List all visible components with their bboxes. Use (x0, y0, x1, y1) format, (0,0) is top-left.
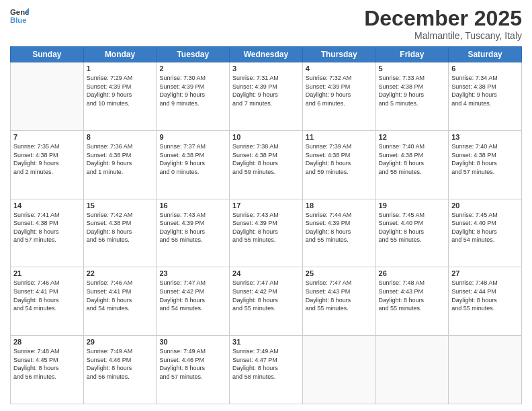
calendar-cell: 23Sunrise: 7:47 AM Sunset: 4:42 PM Dayli… (157, 267, 230, 336)
day-number: 31 (232, 338, 300, 346)
calendar-cell: 29Sunrise: 7:49 AM Sunset: 4:46 PM Dayli… (83, 336, 157, 404)
cell-info: Sunrise: 7:49 AM Sunset: 4:46 PM Dayligh… (159, 347, 226, 381)
calendar-cell: 16Sunrise: 7:43 AM Sunset: 4:39 PM Dayli… (157, 199, 230, 267)
day-number: 8 (87, 133, 154, 141)
day-number: 9 (159, 133, 226, 141)
weekday-monday: Monday (83, 47, 157, 62)
calendar-table: SundayMondayTuesdayWednesdayThursdayFrid… (10, 46, 522, 404)
cell-info: Sunrise: 7:48 AM Sunset: 4:45 PM Dayligh… (13, 347, 81, 381)
day-number: 7 (13, 133, 81, 141)
calendar-cell: 12Sunrise: 7:40 AM Sunset: 4:38 PM Dayli… (375, 130, 449, 199)
day-number: 30 (159, 338, 226, 346)
cell-info: Sunrise: 7:31 AM Sunset: 4:39 PM Dayligh… (232, 74, 300, 107)
day-number: 14 (13, 201, 81, 210)
week-row-4: 28Sunrise: 7:48 AM Sunset: 4:45 PM Dayli… (11, 336, 522, 404)
cell-info: Sunrise: 7:36 AM Sunset: 4:38 PM Dayligh… (87, 142, 154, 176)
day-number: 28 (13, 338, 81, 346)
day-number: 21 (13, 269, 81, 277)
day-number: 3 (232, 64, 300, 73)
day-number: 6 (451, 64, 519, 73)
calendar-cell: 1Sunrise: 7:29 AM Sunset: 4:39 PM Daylig… (83, 62, 157, 131)
calendar-cell: 24Sunrise: 7:47 AM Sunset: 4:42 PM Dayli… (230, 267, 303, 336)
day-number: 10 (232, 133, 300, 141)
cell-info: Sunrise: 7:30 AM Sunset: 4:39 PM Dayligh… (159, 74, 226, 107)
cell-info: Sunrise: 7:37 AM Sunset: 4:38 PM Dayligh… (159, 142, 226, 176)
calendar-cell: 4Sunrise: 7:32 AM Sunset: 4:39 PM Daylig… (302, 62, 375, 131)
weekday-saturday: Saturday (449, 47, 522, 62)
weekday-thursday: Thursday (302, 47, 375, 62)
cell-info: Sunrise: 7:46 AM Sunset: 4:41 PM Dayligh… (13, 279, 81, 312)
day-number: 26 (379, 269, 446, 277)
calendar-cell: 3Sunrise: 7:31 AM Sunset: 4:39 PM Daylig… (230, 62, 303, 131)
header: General Blue December 2025 Malmantile, T… (10, 7, 522, 41)
day-number: 16 (159, 201, 226, 210)
cell-info: Sunrise: 7:49 AM Sunset: 4:47 PM Dayligh… (232, 347, 300, 381)
day-number: 27 (451, 269, 519, 277)
calendar-cell: 27Sunrise: 7:48 AM Sunset: 4:44 PM Dayli… (449, 267, 522, 336)
calendar-cell: 18Sunrise: 7:44 AM Sunset: 4:39 PM Dayli… (302, 199, 375, 267)
day-number: 25 (306, 269, 373, 277)
cell-info: Sunrise: 7:47 AM Sunset: 4:43 PM Dayligh… (306, 279, 373, 312)
day-number: 23 (159, 269, 226, 277)
calendar-cell: 20Sunrise: 7:45 AM Sunset: 4:40 PM Dayli… (449, 199, 522, 267)
cell-info: Sunrise: 7:34 AM Sunset: 4:38 PM Dayligh… (451, 74, 519, 107)
day-number: 15 (87, 201, 154, 210)
cell-info: Sunrise: 7:42 AM Sunset: 4:38 PM Dayligh… (87, 211, 154, 244)
calendar-cell: 10Sunrise: 7:38 AM Sunset: 4:38 PM Dayli… (230, 130, 303, 199)
cell-info: Sunrise: 7:43 AM Sunset: 4:39 PM Dayligh… (232, 211, 300, 244)
calendar-cell: 11Sunrise: 7:39 AM Sunset: 4:38 PM Dayli… (302, 130, 375, 199)
week-row-1: 7Sunrise: 7:35 AM Sunset: 4:38 PM Daylig… (11, 130, 522, 199)
cell-info: Sunrise: 7:47 AM Sunset: 4:42 PM Dayligh… (232, 279, 300, 312)
cell-info: Sunrise: 7:48 AM Sunset: 4:44 PM Dayligh… (451, 279, 519, 312)
cell-info: Sunrise: 7:46 AM Sunset: 4:41 PM Dayligh… (87, 279, 154, 312)
day-number: 5 (379, 64, 446, 73)
calendar-cell: 6Sunrise: 7:34 AM Sunset: 4:38 PM Daylig… (449, 62, 522, 131)
logo: General Blue (10, 7, 29, 26)
cell-info: Sunrise: 7:32 AM Sunset: 4:39 PM Dayligh… (306, 74, 373, 107)
cell-info: Sunrise: 7:45 AM Sunset: 4:40 PM Dayligh… (379, 211, 446, 244)
day-number: 17 (232, 201, 300, 210)
calendar-cell (302, 336, 375, 404)
day-number: 13 (451, 133, 519, 141)
location: Malmantile, Tuscany, Italy (364, 30, 522, 41)
calendar-cell: 14Sunrise: 7:41 AM Sunset: 4:38 PM Dayli… (11, 199, 84, 267)
cell-info: Sunrise: 7:44 AM Sunset: 4:39 PM Dayligh… (306, 211, 373, 244)
cell-info: Sunrise: 7:48 AM Sunset: 4:43 PM Dayligh… (379, 279, 446, 312)
svg-text:Blue: Blue (10, 16, 27, 24)
svg-text:General: General (10, 8, 29, 16)
calendar-cell (11, 62, 84, 131)
day-number: 22 (87, 269, 154, 277)
calendar-cell: 5Sunrise: 7:33 AM Sunset: 4:38 PM Daylig… (375, 62, 449, 131)
calendar-cell: 13Sunrise: 7:40 AM Sunset: 4:38 PM Dayli… (449, 130, 522, 199)
day-number: 11 (306, 133, 373, 141)
weekday-header-row: SundayMondayTuesdayWednesdayThursdayFrid… (11, 47, 522, 62)
week-row-3: 21Sunrise: 7:46 AM Sunset: 4:41 PM Dayli… (11, 267, 522, 336)
day-number: 24 (232, 269, 300, 277)
weekday-sunday: Sunday (11, 47, 84, 62)
cell-info: Sunrise: 7:29 AM Sunset: 4:39 PM Dayligh… (87, 74, 154, 107)
calendar-cell: 8Sunrise: 7:36 AM Sunset: 4:38 PM Daylig… (83, 130, 157, 199)
week-row-2: 14Sunrise: 7:41 AM Sunset: 4:38 PM Dayli… (11, 199, 522, 267)
day-number: 18 (306, 201, 373, 210)
calendar-cell: 15Sunrise: 7:42 AM Sunset: 4:38 PM Dayli… (83, 199, 157, 267)
cell-info: Sunrise: 7:40 AM Sunset: 4:38 PM Dayligh… (451, 142, 519, 176)
month-title: December 2025 (364, 7, 522, 30)
weekday-wednesday: Wednesday (230, 47, 303, 62)
cell-info: Sunrise: 7:38 AM Sunset: 4:38 PM Dayligh… (232, 142, 300, 176)
cell-info: Sunrise: 7:47 AM Sunset: 4:42 PM Dayligh… (159, 279, 226, 312)
cell-info: Sunrise: 7:39 AM Sunset: 4:38 PM Dayligh… (306, 142, 373, 176)
calendar-cell: 17Sunrise: 7:43 AM Sunset: 4:39 PM Dayli… (230, 199, 303, 267)
calendar-cell: 28Sunrise: 7:48 AM Sunset: 4:45 PM Dayli… (11, 336, 84, 404)
day-number: 20 (451, 201, 519, 210)
cell-info: Sunrise: 7:41 AM Sunset: 4:38 PM Dayligh… (13, 211, 81, 244)
cell-info: Sunrise: 7:40 AM Sunset: 4:38 PM Dayligh… (379, 142, 446, 176)
cell-info: Sunrise: 7:33 AM Sunset: 4:38 PM Dayligh… (379, 74, 446, 107)
logo-icon: General Blue (10, 7, 29, 26)
cell-info: Sunrise: 7:43 AM Sunset: 4:39 PM Dayligh… (159, 211, 226, 244)
calendar-cell: 9Sunrise: 7:37 AM Sunset: 4:38 PM Daylig… (157, 130, 230, 199)
calendar-cell: 25Sunrise: 7:47 AM Sunset: 4:43 PM Dayli… (302, 267, 375, 336)
week-row-0: 1Sunrise: 7:29 AM Sunset: 4:39 PM Daylig… (11, 62, 522, 131)
calendar-cell: 21Sunrise: 7:46 AM Sunset: 4:41 PM Dayli… (11, 267, 84, 336)
cell-info: Sunrise: 7:35 AM Sunset: 4:38 PM Dayligh… (13, 142, 81, 176)
calendar-cell: 2Sunrise: 7:30 AM Sunset: 4:39 PM Daylig… (157, 62, 230, 131)
